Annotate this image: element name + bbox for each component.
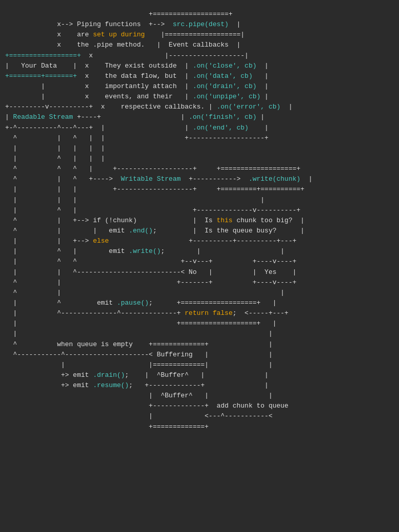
page: { "title": "Node.js Streams Diagram", "c… bbox=[0, 0, 399, 532]
diagram: +===================+ x--> Piping functi… bbox=[5, 9, 394, 432]
diagram-content: +===================+ x--> Piping functi… bbox=[5, 9, 394, 432]
